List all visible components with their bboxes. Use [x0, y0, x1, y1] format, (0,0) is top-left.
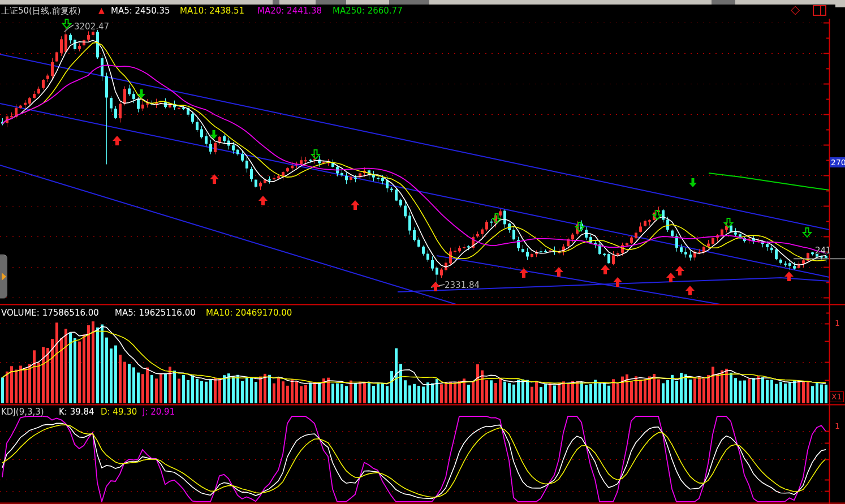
tile-icon-divider [820, 6, 821, 15]
top-strip-notch [316, 0, 346, 5]
kdj-j-value: J: 20.91 [143, 407, 175, 417]
window-top-strip [0, 0, 845, 5]
top-strip-notch [273, 0, 279, 5]
tile-window-icon[interactable] [813, 5, 826, 16]
ma250-axis-price-box: 270 [830, 157, 845, 167]
diamond-icon[interactable]: ◇ [791, 4, 800, 15]
chart-canvas[interactable] [0, 0, 845, 504]
volume-scale-label: X1 [830, 391, 844, 402]
peak-price-label: 3202.47 [74, 21, 109, 32]
last-price-label: 241 [815, 245, 830, 256]
sidebar-expand-handle[interactable] [0, 255, 7, 299]
trough-price-label: 2331.84 [445, 280, 480, 290]
ma20-value: MA20: 2441.38 [257, 6, 322, 16]
kdj-axis-top-label: 1 [835, 421, 840, 430]
volume-axis-top-label: 1 [835, 318, 840, 328]
ma10-value: MA10: 2438.51 [180, 6, 244, 16]
kdj-d-value: D: 49.30 [101, 407, 137, 417]
volume-value: VOLUME: 17586516.00 [1, 308, 99, 318]
top-strip-notch [712, 0, 735, 5]
instrument-title: 上证50(日线.前复权) [1, 6, 81, 16]
trading-terminal-screen: { "header": { "title": "上证50(日线.前复权)", "… [0, 0, 845, 504]
kdj-title: KDJ(9,3,3) [1, 407, 44, 417]
up-arrow-icon: ▲ [98, 6, 105, 15]
kdj-k-value: K: 39.84 [59, 407, 94, 417]
ma250-value: MA250: 2660.77 [333, 6, 403, 16]
top-strip-notch [389, 0, 429, 5]
volume-ma5-value: MA5: 19625116.00 [115, 308, 196, 318]
volume-ma10-value: MA10: 20469170.00 [206, 308, 292, 318]
ma5-value: MA5: 2450.35 [111, 6, 170, 16]
expand-right-icon [2, 273, 6, 281]
window-corner-block [835, 0, 845, 7]
